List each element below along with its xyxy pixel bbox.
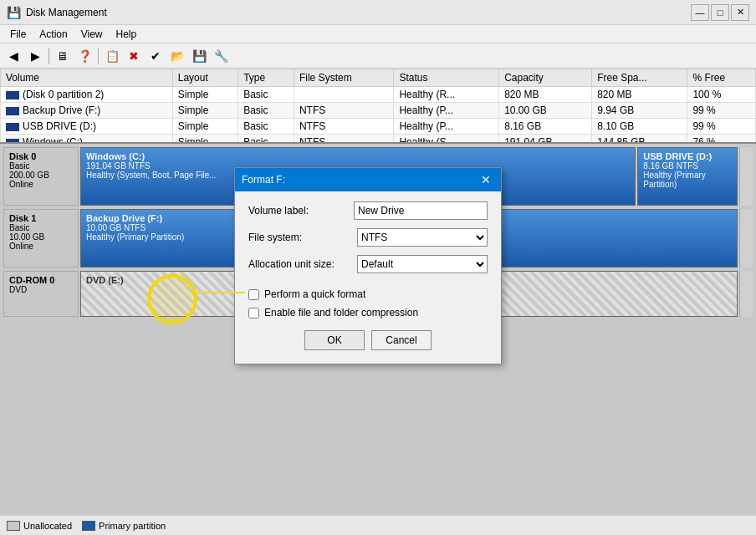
ok-button[interactable]: OK (304, 330, 365, 350)
dialog-close-button[interactable]: ✕ (478, 171, 494, 188)
title-bar: 💾 Disk Management — □ ✕ (0, 0, 756, 25)
menu-file[interactable]: File (3, 27, 33, 42)
col-freespace[interactable]: Free Spa... (592, 69, 687, 87)
col-status[interactable]: Status (394, 69, 499, 87)
minimize-button[interactable]: — (691, 4, 709, 21)
disk-name-1: Disk 1 (9, 213, 73, 223)
scrollbar-area-0 (739, 147, 753, 206)
table-row[interactable]: Windows (C:) Simple Basic NTFS Healthy (… (1, 135, 756, 145)
title-bar-title: Disk Management (26, 7, 107, 18)
partition-d-name: USB DRIVE (D:) (643, 151, 732, 161)
toolbar-disk-mgmt[interactable]: 🖥 (53, 47, 73, 65)
cell-type: Basic (238, 135, 294, 145)
cell-pct: 99 % (687, 103, 756, 119)
disk-name-cdrom: CD-ROM 0 (9, 275, 73, 285)
legend-primary: Primary partition (82, 521, 166, 531)
cell-volume: (Disk 0 partition 2) (1, 87, 173, 103)
toolbar-help[interactable]: ❓ (74, 47, 94, 65)
disk-type-cdrom: DVD (9, 285, 73, 294)
close-button[interactable]: ✕ (731, 4, 749, 21)
cell-type: Basic (238, 119, 294, 135)
toolbar-properties[interactable]: 🔧 (211, 47, 231, 65)
toolbar: ◀ ▶ 🖥 ❓ 📋 ✖ ✔ 📂 💾 🔧 (0, 43, 756, 69)
cell-free: 820 MB (592, 87, 687, 103)
quick-format-checkbox[interactable] (248, 289, 259, 300)
cell-layout: Simple (172, 103, 238, 119)
menu-action[interactable]: Action (33, 27, 74, 42)
toolbar-forward[interactable]: ▶ (25, 47, 45, 65)
disk-name-0: Disk 0 (9, 151, 73, 161)
disk-type-0: Basic (9, 161, 73, 171)
dialog-row-allocation: Allocation unit size: Default 512 1024 2… (248, 255, 488, 273)
cell-status: Healthy (P... (394, 119, 499, 135)
toolbar-new[interactable]: 📋 (102, 47, 122, 65)
volume-label-label: Volume label: (248, 205, 354, 217)
dialog-title: Format F: (242, 174, 285, 186)
checkbox-row-quick-format: Perform a quick format (248, 288, 488, 300)
menu-view[interactable]: View (74, 27, 110, 42)
col-percent[interactable]: % Free (687, 69, 756, 87)
col-layout[interactable]: Layout (172, 69, 238, 87)
table-section: Volume Layout Type File System Status Ca… (0, 69, 756, 144)
cell-type: Basic (238, 103, 294, 119)
cell-layout: Simple (172, 135, 238, 145)
legend-color-primary (82, 521, 95, 531)
col-filesystem[interactable]: File System (294, 69, 393, 87)
legend-unallocated: Unallocated (7, 521, 72, 531)
cell-volume: USB DRIVE (D:) (1, 119, 173, 135)
filesystem-label: File system: (248, 232, 357, 243)
dialog-body: Volume label: File system: NTFS FAT32 ex… (235, 191, 501, 364)
format-dialog: Format F: ✕ Volume label: File system: N… (234, 167, 502, 364)
cell-type: Basic (238, 87, 294, 103)
cell-volume: Backup Drive (F:) (1, 103, 173, 119)
disk-status-1: Online (9, 242, 73, 251)
disk-status-0: Online (9, 180, 73, 189)
compression-label: Enable file and folder compression (264, 307, 418, 318)
table-row[interactable]: Backup Drive (F:) Simple Basic NTFS Heal… (1, 103, 756, 119)
disk-size-1: 10.00 GB (9, 232, 73, 242)
legend-color-unallocated (7, 521, 20, 531)
cell-capacity: 8.16 GB (499, 119, 592, 135)
toolbar-delete[interactable]: ✖ (124, 47, 144, 65)
filesystem-select[interactable]: NTFS FAT32 exFAT (357, 228, 488, 247)
legend-bar: Unallocated Primary partition (0, 515, 756, 535)
quick-format-label: Perform a quick format (264, 288, 365, 300)
cell-fs: NTFS (294, 119, 393, 135)
dialog-row-volume-label: Volume label: (248, 201, 488, 220)
cell-status: Healthy (P... (394, 103, 499, 119)
cell-pct: 99 % (687, 119, 756, 135)
title-bar-controls: — □ ✕ (691, 4, 749, 21)
menu-bar: File Action View Help (0, 25, 756, 43)
legend-label-unallocated: Unallocated (23, 521, 72, 531)
cell-pct: 100 % (687, 87, 756, 103)
toolbar-check[interactable]: ✔ (146, 47, 166, 65)
cancel-button[interactable]: Cancel (371, 330, 432, 350)
partition-d[interactable]: USB DRIVE (D:) 8.16 GB NTFS Healthy (Pri… (637, 147, 738, 206)
app-icon: 💾 (7, 6, 21, 19)
disk-label-0: Disk 0 Basic 200.00 GB Online (3, 147, 79, 206)
compression-checkbox[interactable] (248, 308, 259, 318)
cell-layout: Simple (172, 119, 238, 135)
col-type[interactable]: Type (238, 69, 294, 87)
volume-label-input[interactable] (354, 201, 488, 220)
table-row[interactable]: (Disk 0 partition 2) Simple Basic Health… (1, 87, 756, 103)
partition-d-status: Healthy (Primary Partition) (643, 171, 732, 189)
menu-help[interactable]: Help (110, 27, 144, 42)
cell-fs: NTFS (294, 135, 393, 145)
toolbar-separator-1 (49, 48, 49, 64)
maximize-button[interactable]: □ (711, 4, 729, 21)
toolbar-back[interactable]: ◀ (3, 47, 23, 65)
cell-capacity: 10.00 GB (499, 103, 592, 119)
cell-fs (294, 87, 393, 103)
cell-free: 144.85 GB (592, 135, 687, 145)
allocation-select[interactable]: Default 512 1024 2048 4096 (357, 255, 488, 273)
cell-fs: NTFS (294, 103, 393, 119)
allocation-label: Allocation unit size: (248, 258, 357, 270)
col-capacity[interactable]: Capacity (499, 69, 592, 87)
toolbar-import[interactable]: 📂 (167, 47, 187, 65)
toolbar-save[interactable]: 💾 (189, 47, 209, 65)
table-row[interactable]: USB DRIVE (D:) Simple Basic NTFS Healthy… (1, 119, 756, 135)
disk-label-cdrom: CD-ROM 0 DVD (3, 271, 79, 317)
scrollbar-area-cdrom (739, 271, 753, 317)
col-volume[interactable]: Volume (1, 69, 173, 87)
